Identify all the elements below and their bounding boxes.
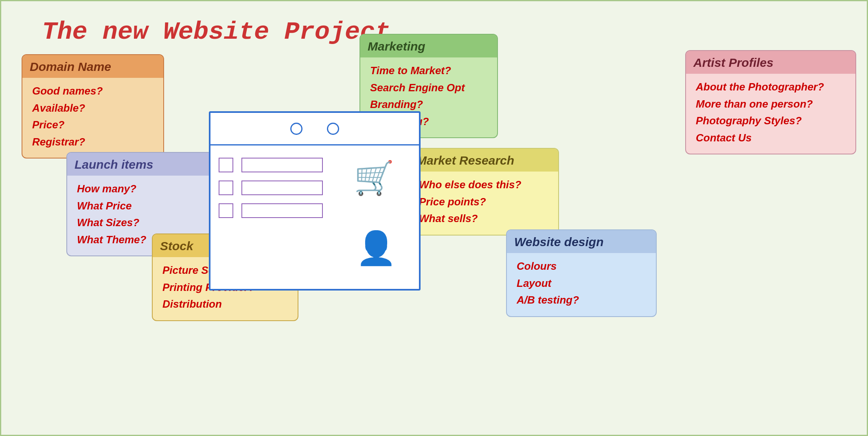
browser-toolbar xyxy=(210,113,419,145)
browser-mockup: 🛒 👤 xyxy=(209,111,421,291)
browser-circle-1 xyxy=(290,123,302,135)
list-item: A/B testing? xyxy=(517,292,649,309)
card-domain-name: Domain Name Good names? Available? Price… xyxy=(22,54,164,159)
list-item: Who else does this? xyxy=(419,176,551,194)
list-item: Contact Us xyxy=(696,130,848,147)
card-market-research-header: Market Research xyxy=(409,149,558,172)
card-artist-profiles-header: Artist Profiles xyxy=(686,51,855,74)
card-domain-name-body: Good names? Available? Price? Registrar? xyxy=(22,78,163,158)
browser-row-3 xyxy=(219,203,411,218)
list-item: Good names? xyxy=(32,83,156,100)
card-domain-name-header: Domain Name xyxy=(22,55,163,78)
card-launch-items-header: Launch items xyxy=(67,153,212,176)
list-item: What Price xyxy=(77,198,205,215)
list-item: Price? xyxy=(32,117,156,134)
list-item: Colours xyxy=(517,258,649,275)
browser-field-1 xyxy=(241,158,323,172)
list-item: Price points? xyxy=(419,194,551,211)
card-market-research-body: Who else does this? Price points? What s… xyxy=(409,172,558,235)
browser-field-2 xyxy=(241,181,323,195)
browser-circle-2 xyxy=(327,123,339,135)
card-marketing-header: Marketing xyxy=(360,35,497,57)
list-item: Available? xyxy=(32,100,156,117)
browser-checkbox-3 xyxy=(219,203,233,218)
card-website-design-body: Colours Layout A/B testing? xyxy=(507,253,656,316)
card-website-design: Website design Colours Layout A/B testin… xyxy=(506,229,657,317)
list-item: Layout xyxy=(517,275,649,292)
list-item: About the Photographer? xyxy=(696,79,848,96)
browser-field-3 xyxy=(241,203,323,218)
page-title: The new Website Project xyxy=(42,18,390,46)
card-artist-profiles: Artist Profiles About the Photographer? … xyxy=(685,50,856,154)
person-icon: 👤 xyxy=(356,232,397,264)
list-item: Time to Market? xyxy=(370,62,490,79)
card-market-research: Market Research Who else does this? Pric… xyxy=(408,148,559,236)
list-item: Registrar? xyxy=(32,134,156,151)
cart-icon: 🛒 xyxy=(354,162,395,194)
list-item: Branding? xyxy=(370,96,490,113)
list-item: Photography Styles? xyxy=(696,112,848,130)
card-website-design-header: Website design xyxy=(507,230,656,253)
browser-checkbox-2 xyxy=(219,181,233,195)
browser-checkbox-1 xyxy=(219,158,233,172)
list-item: How many? xyxy=(77,181,205,198)
card-artist-profiles-body: About the Photographer? More than one pe… xyxy=(686,74,855,154)
list-item: Distribution xyxy=(162,296,290,313)
list-item: More than one person? xyxy=(696,96,848,113)
list-item: Search Engine Opt xyxy=(370,79,490,97)
list-item: What Sizes? xyxy=(77,214,205,231)
list-item: What sells? xyxy=(419,210,551,227)
